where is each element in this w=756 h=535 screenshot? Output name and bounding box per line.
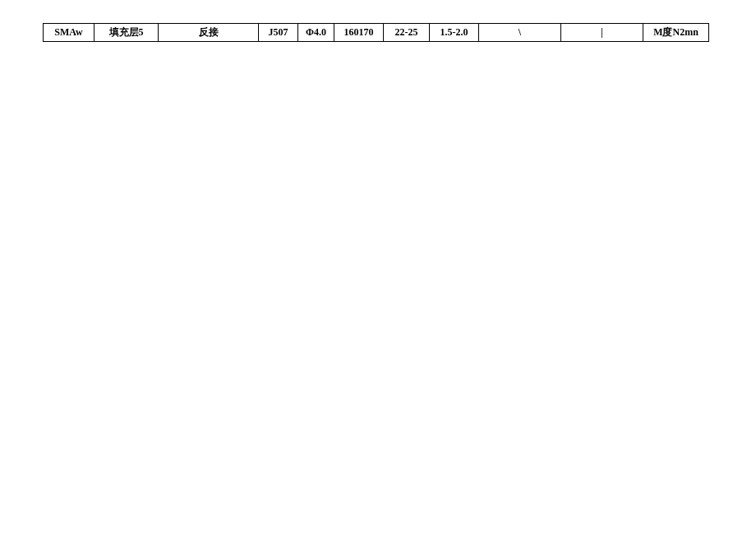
- table-row: SMAw 填充层5 反接 J507 Φ4.0 160170 22-25 1.5-…: [44, 24, 709, 42]
- cell-process: SMAw: [44, 24, 94, 42]
- cell-material: J507: [259, 24, 298, 42]
- cell-param-9: |: [561, 24, 643, 42]
- cell-voltage: 22-25: [384, 24, 430, 42]
- cell-speed: 1.5-2.0: [430, 24, 479, 42]
- cell-polarity: 反接: [159, 24, 259, 42]
- cell-note: M度N2mn: [643, 24, 709, 42]
- cell-param-8: \: [479, 24, 561, 42]
- cell-diameter: Φ4.0: [298, 24, 334, 42]
- welding-parameters-table: SMAw 填充层5 反接 J507 Φ4.0 160170 22-25 1.5-…: [43, 23, 709, 42]
- cell-layer: 填充层5: [94, 24, 159, 42]
- cell-current: 160170: [334, 24, 384, 42]
